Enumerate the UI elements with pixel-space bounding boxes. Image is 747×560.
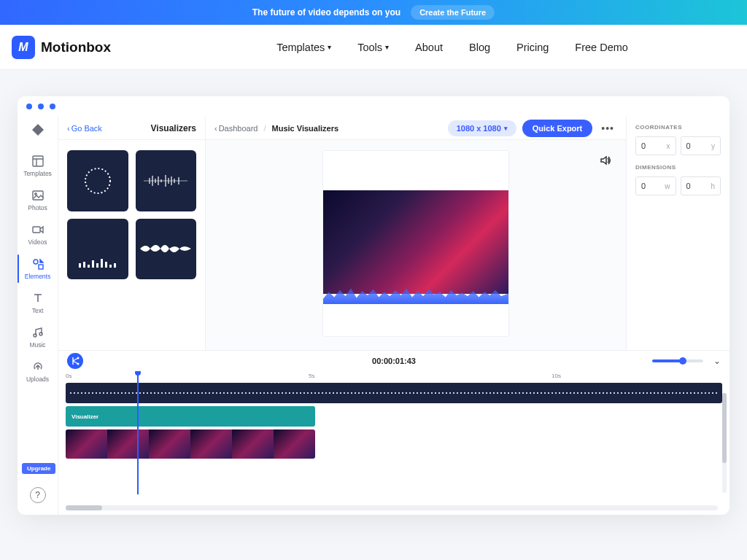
logo-text: Motionbox xyxy=(41,39,111,55)
asset-panel: ‹Go Back Visualizers xyxy=(58,117,206,350)
canvas-area: ‹Dashboard / Music Visualizers 1080 x 10… xyxy=(206,117,626,350)
photos-icon xyxy=(31,189,44,202)
logo-mark: M xyxy=(12,36,35,59)
timecode-display: 00:00:01:43 xyxy=(372,357,416,365)
timeline-v-scrollbar[interactable] xyxy=(722,393,727,493)
coordinates-label: COORDINATES xyxy=(635,124,721,131)
window-traffic-lights xyxy=(18,96,729,117)
nav-tools[interactable]: Tools▾ xyxy=(357,42,389,53)
svg-point-32 xyxy=(77,363,80,365)
breadcrumb-current: Music Visualizers xyxy=(272,124,339,133)
coord-y-input[interactable]: 0y xyxy=(681,136,721,155)
svg-point-31 xyxy=(77,357,80,359)
brand-logo[interactable]: M Motionbox xyxy=(12,36,111,59)
rail-music[interactable]: Music xyxy=(18,320,58,354)
rail-text[interactable]: Text xyxy=(18,286,58,320)
nav-free-demo[interactable]: Free Demo xyxy=(575,42,628,53)
visualizer-waveform[interactable] xyxy=(136,150,197,211)
dim-w-input[interactable]: 0w xyxy=(635,176,676,195)
svg-rect-25 xyxy=(92,260,94,268)
app-logo-icon[interactable] xyxy=(29,121,47,139)
preview-video-frame xyxy=(323,190,508,294)
rail-templates[interactable]: Templates xyxy=(18,149,58,183)
canvas-preview[interactable] xyxy=(322,150,509,337)
svg-rect-22 xyxy=(79,263,81,268)
panel-title: Visualizers xyxy=(151,123,196,133)
dim-h-input[interactable]: 0h xyxy=(681,176,721,195)
visualizer-blob[interactable] xyxy=(136,219,197,280)
uploads-icon xyxy=(31,360,44,373)
dimensions-label: DIMENSIONS xyxy=(635,164,721,171)
split-clip-button[interactable] xyxy=(67,353,83,369)
templates-icon xyxy=(31,155,44,168)
playhead[interactable] xyxy=(137,371,139,494)
svg-rect-28 xyxy=(105,262,107,268)
nav-templates[interactable]: Templates▾ xyxy=(276,42,331,53)
rail-elements[interactable]: Elements xyxy=(18,252,58,286)
tool-rail: Templates Photos Videos Elements Text Mu… xyxy=(18,117,58,515)
timeline-ruler[interactable]: 0s 5s 10s xyxy=(66,373,722,383)
rail-videos[interactable]: Videos xyxy=(18,217,58,252)
svg-point-9 xyxy=(39,332,42,335)
timeline-h-scrollbar[interactable] xyxy=(66,505,718,510)
site-nav: M Motionbox Templates▾ Tools▾ About Blog… xyxy=(0,25,747,70)
svg-rect-27 xyxy=(101,259,103,268)
svg-rect-0 xyxy=(33,156,43,166)
timeline: 00:00:01:43 ⌄ 0s 5s 10s Visualizer xyxy=(58,350,729,515)
svg-point-6 xyxy=(34,260,38,264)
svg-rect-23 xyxy=(83,262,85,268)
svg-rect-29 xyxy=(109,265,112,268)
timeline-collapse-icon[interactable]: ⌄ xyxy=(713,356,721,366)
videos-icon xyxy=(31,223,44,236)
audio-toggle-icon[interactable] xyxy=(600,155,611,166)
text-icon xyxy=(31,292,44,305)
svg-point-8 xyxy=(34,334,36,337)
rail-uploads[interactable]: Uploads xyxy=(18,354,58,389)
visualizer-circle[interactable] xyxy=(67,150,128,211)
nav-pricing[interactable]: Pricing xyxy=(516,42,549,53)
elements-icon xyxy=(31,257,44,271)
nav-blog[interactable]: Blog xyxy=(469,42,490,53)
more-menu-icon[interactable]: ••• xyxy=(598,122,617,134)
properties-panel: COORDINATES 0x 0y DIMENSIONS 0w 0h xyxy=(626,117,729,350)
svg-point-4 xyxy=(34,193,36,195)
resolution-selector[interactable]: 1080 x 1080▾ xyxy=(448,120,516,136)
svg-rect-5 xyxy=(33,227,40,233)
breadcrumb-dashboard[interactable]: ‹Dashboard xyxy=(214,124,258,133)
visualizer-track[interactable]: Visualizer xyxy=(66,406,315,427)
zoom-slider[interactable] xyxy=(652,359,703,362)
audio-track[interactable] xyxy=(66,383,722,403)
svg-point-10 xyxy=(85,168,110,193)
promo-banner: The future of video depends on you Creat… xyxy=(0,0,747,25)
chevron-left-icon: ‹ xyxy=(67,124,70,133)
quick-export-button[interactable]: Quick Export xyxy=(522,120,592,137)
banner-cta-button[interactable]: Create the Future xyxy=(411,5,495,20)
chevron-down-icon: ▾ xyxy=(504,125,508,132)
svg-rect-7 xyxy=(39,265,43,269)
app-window: Templates Photos Videos Elements Text Mu… xyxy=(18,96,729,515)
chevron-down-icon: ▾ xyxy=(328,43,331,51)
help-button[interactable]: ? xyxy=(30,487,46,503)
rail-photos[interactable]: Photos xyxy=(18,183,58,217)
coord-x-input[interactable]: 0x xyxy=(635,136,676,155)
banner-text: The future of video depends on you xyxy=(252,7,400,18)
music-icon xyxy=(31,326,44,339)
svg-rect-26 xyxy=(96,263,98,268)
nav-about[interactable]: About xyxy=(415,42,443,53)
chevron-down-icon: ▾ xyxy=(385,43,389,51)
go-back-link[interactable]: ‹Go Back xyxy=(67,124,102,133)
upgrade-button[interactable]: Upgrade xyxy=(22,463,55,474)
svg-rect-30 xyxy=(114,263,116,268)
svg-rect-24 xyxy=(88,265,90,268)
video-track[interactable] xyxy=(66,429,315,459)
visualizer-bars[interactable] xyxy=(67,219,128,280)
chevron-left-icon: ‹ xyxy=(214,124,217,133)
